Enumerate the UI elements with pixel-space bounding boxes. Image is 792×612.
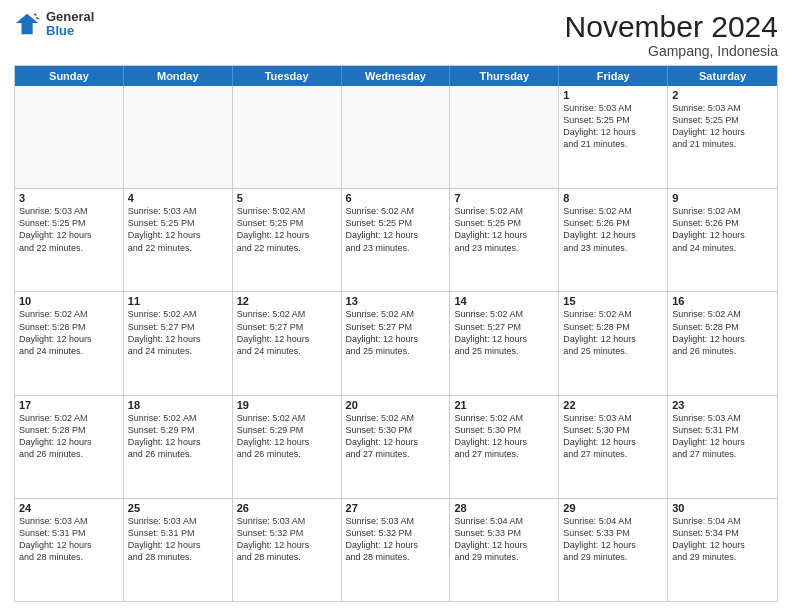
- header-cell-tuesday: Tuesday: [233, 66, 342, 86]
- day-cell-2: 2Sunrise: 5:03 AMSunset: 5:25 PMDaylight…: [668, 86, 777, 188]
- day-number: 27: [346, 502, 446, 514]
- empty-cell: [233, 86, 342, 188]
- day-info: Sunrise: 5:02 AMSunset: 5:26 PMDaylight:…: [19, 308, 119, 357]
- header-cell-thursday: Thursday: [450, 66, 559, 86]
- header-cell-friday: Friday: [559, 66, 668, 86]
- day-cell-5: 5Sunrise: 5:02 AMSunset: 5:25 PMDaylight…: [233, 189, 342, 291]
- day-info: Sunrise: 5:02 AMSunset: 5:27 PMDaylight:…: [128, 308, 228, 357]
- week-row-3: 17Sunrise: 5:02 AMSunset: 5:28 PMDayligh…: [15, 396, 777, 499]
- day-cell-10: 10Sunrise: 5:02 AMSunset: 5:26 PMDayligh…: [15, 292, 124, 394]
- day-info: Sunrise: 5:04 AMSunset: 5:34 PMDaylight:…: [672, 515, 773, 564]
- day-info: Sunrise: 5:04 AMSunset: 5:33 PMDaylight:…: [454, 515, 554, 564]
- day-number: 11: [128, 295, 228, 307]
- day-info: Sunrise: 5:02 AMSunset: 5:29 PMDaylight:…: [237, 412, 337, 461]
- day-cell-13: 13Sunrise: 5:02 AMSunset: 5:27 PMDayligh…: [342, 292, 451, 394]
- day-cell-25: 25Sunrise: 5:03 AMSunset: 5:31 PMDayligh…: [124, 499, 233, 601]
- day-number: 26: [237, 502, 337, 514]
- header-cell-monday: Monday: [124, 66, 233, 86]
- day-cell-15: 15Sunrise: 5:02 AMSunset: 5:28 PMDayligh…: [559, 292, 668, 394]
- day-cell-23: 23Sunrise: 5:03 AMSunset: 5:31 PMDayligh…: [668, 396, 777, 498]
- day-cell-3: 3Sunrise: 5:03 AMSunset: 5:25 PMDaylight…: [15, 189, 124, 291]
- day-cell-22: 22Sunrise: 5:03 AMSunset: 5:30 PMDayligh…: [559, 396, 668, 498]
- title-location: Gampang, Indonesia: [565, 43, 778, 59]
- week-row-4: 24Sunrise: 5:03 AMSunset: 5:31 PMDayligh…: [15, 499, 777, 601]
- logo-text: General Blue: [46, 10, 94, 39]
- title-month: November 2024: [565, 10, 778, 43]
- day-number: 14: [454, 295, 554, 307]
- week-row-2: 10Sunrise: 5:02 AMSunset: 5:26 PMDayligh…: [15, 292, 777, 395]
- day-number: 2: [672, 89, 773, 101]
- day-info: Sunrise: 5:03 AMSunset: 5:31 PMDaylight:…: [672, 412, 773, 461]
- day-cell-4: 4Sunrise: 5:03 AMSunset: 5:25 PMDaylight…: [124, 189, 233, 291]
- day-number: 5: [237, 192, 337, 204]
- day-number: 28: [454, 502, 554, 514]
- day-info: Sunrise: 5:02 AMSunset: 5:26 PMDaylight:…: [563, 205, 663, 254]
- day-info: Sunrise: 5:02 AMSunset: 5:25 PMDaylight:…: [346, 205, 446, 254]
- empty-cell: [450, 86, 559, 188]
- day-cell-26: 26Sunrise: 5:03 AMSunset: 5:32 PMDayligh…: [233, 499, 342, 601]
- day-cell-28: 28Sunrise: 5:04 AMSunset: 5:33 PMDayligh…: [450, 499, 559, 601]
- day-cell-20: 20Sunrise: 5:02 AMSunset: 5:30 PMDayligh…: [342, 396, 451, 498]
- day-number: 30: [672, 502, 773, 514]
- day-info: Sunrise: 5:03 AMSunset: 5:32 PMDaylight:…: [346, 515, 446, 564]
- day-info: Sunrise: 5:03 AMSunset: 5:25 PMDaylight:…: [563, 102, 663, 151]
- calendar-body: 1Sunrise: 5:03 AMSunset: 5:25 PMDaylight…: [15, 86, 777, 601]
- calendar: SundayMondayTuesdayWednesdayThursdayFrid…: [14, 65, 778, 602]
- day-number: 9: [672, 192, 773, 204]
- day-number: 19: [237, 399, 337, 411]
- day-cell-24: 24Sunrise: 5:03 AMSunset: 5:31 PMDayligh…: [15, 499, 124, 601]
- day-cell-16: 16Sunrise: 5:02 AMSunset: 5:28 PMDayligh…: [668, 292, 777, 394]
- day-number: 22: [563, 399, 663, 411]
- day-info: Sunrise: 5:02 AMSunset: 5:27 PMDaylight:…: [346, 308, 446, 357]
- header-cell-wednesday: Wednesday: [342, 66, 451, 86]
- day-info: Sunrise: 5:02 AMSunset: 5:29 PMDaylight:…: [128, 412, 228, 461]
- header: General Blue November 2024 Gampang, Indo…: [14, 10, 778, 59]
- day-cell-12: 12Sunrise: 5:02 AMSunset: 5:27 PMDayligh…: [233, 292, 342, 394]
- day-info: Sunrise: 5:03 AMSunset: 5:32 PMDaylight:…: [237, 515, 337, 564]
- day-number: 12: [237, 295, 337, 307]
- day-number: 3: [19, 192, 119, 204]
- logo-icon: [14, 10, 42, 38]
- day-cell-21: 21Sunrise: 5:02 AMSunset: 5:30 PMDayligh…: [450, 396, 559, 498]
- day-cell-29: 29Sunrise: 5:04 AMSunset: 5:33 PMDayligh…: [559, 499, 668, 601]
- day-info: Sunrise: 5:03 AMSunset: 5:31 PMDaylight:…: [19, 515, 119, 564]
- day-number: 21: [454, 399, 554, 411]
- day-number: 1: [563, 89, 663, 101]
- svg-marker-1: [33, 14, 40, 20]
- day-cell-27: 27Sunrise: 5:03 AMSunset: 5:32 PMDayligh…: [342, 499, 451, 601]
- week-row-1: 3Sunrise: 5:03 AMSunset: 5:25 PMDaylight…: [15, 189, 777, 292]
- day-cell-30: 30Sunrise: 5:04 AMSunset: 5:34 PMDayligh…: [668, 499, 777, 601]
- day-number: 7: [454, 192, 554, 204]
- day-number: 17: [19, 399, 119, 411]
- logo-blue-label: Blue: [46, 24, 94, 38]
- day-info: Sunrise: 5:02 AMSunset: 5:28 PMDaylight:…: [19, 412, 119, 461]
- day-number: 16: [672, 295, 773, 307]
- day-cell-11: 11Sunrise: 5:02 AMSunset: 5:27 PMDayligh…: [124, 292, 233, 394]
- logo: General Blue: [14, 10, 94, 39]
- day-info: Sunrise: 5:02 AMSunset: 5:27 PMDaylight:…: [237, 308, 337, 357]
- day-info: Sunrise: 5:03 AMSunset: 5:30 PMDaylight:…: [563, 412, 663, 461]
- day-number: 6: [346, 192, 446, 204]
- day-number: 15: [563, 295, 663, 307]
- day-cell-14: 14Sunrise: 5:02 AMSunset: 5:27 PMDayligh…: [450, 292, 559, 394]
- header-cell-sunday: Sunday: [15, 66, 124, 86]
- day-info: Sunrise: 5:04 AMSunset: 5:33 PMDaylight:…: [563, 515, 663, 564]
- day-info: Sunrise: 5:03 AMSunset: 5:25 PMDaylight:…: [19, 205, 119, 254]
- page: General Blue November 2024 Gampang, Indo…: [0, 0, 792, 612]
- day-number: 29: [563, 502, 663, 514]
- empty-cell: [15, 86, 124, 188]
- svg-marker-0: [16, 14, 38, 35]
- day-number: 18: [128, 399, 228, 411]
- day-info: Sunrise: 5:02 AMSunset: 5:28 PMDaylight:…: [672, 308, 773, 357]
- day-cell-6: 6Sunrise: 5:02 AMSunset: 5:25 PMDaylight…: [342, 189, 451, 291]
- header-cell-saturday: Saturday: [668, 66, 777, 86]
- week-row-0: 1Sunrise: 5:03 AMSunset: 5:25 PMDaylight…: [15, 86, 777, 189]
- day-info: Sunrise: 5:03 AMSunset: 5:31 PMDaylight:…: [128, 515, 228, 564]
- day-number: 10: [19, 295, 119, 307]
- day-info: Sunrise: 5:02 AMSunset: 5:25 PMDaylight:…: [237, 205, 337, 254]
- day-cell-9: 9Sunrise: 5:02 AMSunset: 5:26 PMDaylight…: [668, 189, 777, 291]
- day-info: Sunrise: 5:02 AMSunset: 5:26 PMDaylight:…: [672, 205, 773, 254]
- day-number: 23: [672, 399, 773, 411]
- day-number: 20: [346, 399, 446, 411]
- day-info: Sunrise: 5:02 AMSunset: 5:25 PMDaylight:…: [454, 205, 554, 254]
